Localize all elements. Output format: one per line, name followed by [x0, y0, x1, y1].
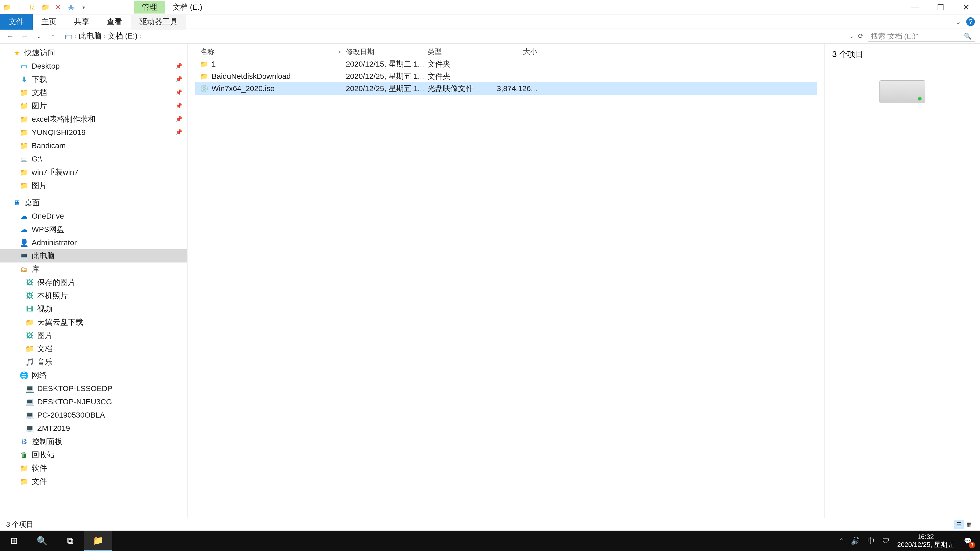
minimize-button[interactable]: — [908, 3, 921, 12]
pin-icon[interactable]: 📌 [175, 116, 182, 122]
folder-icon[interactable]: 📁 [41, 3, 50, 12]
ime-indicator[interactable]: 中 [867, 536, 875, 546]
nav-onedrive[interactable]: ☁OneDrive [0, 210, 187, 223]
taskbar-file-explorer[interactable]: 📁 [84, 530, 112, 551]
column-date[interactable]: 修改日期 [346, 47, 428, 57]
nav-downloads[interactable]: ⬇下载📌 [0, 73, 187, 86]
nav-network-pc4[interactable]: 💻ZMT2019 [0, 422, 187, 435]
breadcrumb[interactable]: 🖴 › 此电脑 › 文档 (E:) › [62, 31, 845, 41]
pin-icon[interactable]: 📌 [175, 89, 182, 96]
nav-documents-lib[interactable]: 📁文档 [0, 342, 187, 355]
file-list[interactable]: 名称▴ 修改日期 类型 大小 📁12020/12/15, 星期二 1...文件夹… [188, 44, 824, 518]
back-button[interactable]: ← [5, 31, 15, 41]
nav-videos[interactable]: 🎞视频 [0, 302, 187, 316]
tab-drive-tools[interactable]: 驱动器工具 [130, 14, 186, 30]
address-dropdown-icon[interactable]: ⌄ [850, 33, 854, 40]
nav-pictures2[interactable]: 📁图片 [0, 179, 187, 192]
action-center-icon[interactable]: 💬3 [962, 535, 974, 547]
drive-thumbnail-icon [880, 80, 925, 103]
up-button[interactable]: ↑ [48, 31, 58, 41]
nav-pictures-lib[interactable]: 🖼图片 [0, 329, 187, 342]
refresh-icon[interactable]: ⟳ [858, 32, 864, 40]
details-view-button[interactable]: ☰ [954, 520, 964, 529]
task-view-button[interactable]: ⧉ [56, 530, 84, 551]
qat-overflow-icon[interactable]: ▾ [79, 3, 88, 12]
nav-pictures[interactable]: 📁图片📌 [0, 99, 187, 113]
nav-network-pc2[interactable]: 💻DESKTOP-NJEU3CG [0, 395, 187, 408]
nav-administrator[interactable]: 👤Administrator [0, 236, 187, 249]
navigation-pane[interactable]: ★快速访问 ▭Desktop📌 ⬇下载📌 📁文档📌 📁图片📌 📁excel表格制… [0, 44, 188, 518]
crumb-thispc[interactable]: 此电脑 [79, 31, 102, 41]
nav-this-pc[interactable]: 💻此电脑 [0, 249, 187, 262]
nav-music-lib[interactable]: 🎵音乐 [0, 355, 187, 368]
checkbox-icon[interactable]: ☑ [28, 3, 37, 12]
nav-gdrive[interactable]: 🖴G:\ [0, 152, 187, 165]
tab-file[interactable]: 文件 [0, 14, 33, 30]
pin-icon[interactable]: 📌 [175, 129, 182, 136]
pin-icon[interactable]: 📌 [175, 103, 182, 109]
nav-documents[interactable]: 📁文档📌 [0, 86, 187, 99]
pin-icon[interactable]: 📌 [175, 63, 182, 69]
file-row[interactable]: 📁12020/12/15, 星期二 1...文件夹 [195, 58, 817, 70]
nav-software[interactable]: 📁软件 [0, 462, 187, 475]
crumb-drive[interactable]: 文档 (E:) [108, 31, 138, 41]
pin-icon[interactable]: 📌 [175, 76, 182, 83]
icons-view-button[interactable]: ▦ [964, 520, 974, 529]
nav-saved-pictures[interactable]: 🖼保存的图片 [0, 276, 187, 289]
music-icon: 🎵 [25, 358, 34, 366]
nav-network-pc3[interactable]: 💻PC-20190530OBLA [0, 408, 187, 422]
ribbon-help: ⌄ ? [955, 17, 980, 26]
security-icon[interactable]: 🛡 [882, 537, 889, 545]
maximize-button[interactable]: ☐ [934, 3, 947, 12]
file-row[interactable]: 📁BaiduNetdiskDownload2020/12/25, 星期五 1..… [195, 70, 817, 83]
tab-share[interactable]: 共享 [65, 14, 98, 30]
search-icon[interactable]: 🔍 [964, 33, 972, 40]
tray-overflow-icon[interactable]: ˄ [840, 537, 843, 545]
nav-network[interactable]: 🌐网络 [0, 368, 187, 382]
search-button[interactable]: 🔍 [28, 530, 56, 551]
nav-camera-roll[interactable]: 🖼本机照片 [0, 289, 187, 302]
chevron-right-icon[interactable]: › [75, 33, 76, 40]
nav-files[interactable]: 📁文件 [0, 475, 187, 488]
contextual-tab-header: 管理 文档 (E:) [134, 1, 210, 14]
tab-home[interactable]: 主页 [33, 14, 65, 30]
column-size[interactable]: 大小 [496, 47, 537, 57]
ribbon-expand-icon[interactable]: ⌄ [955, 17, 961, 26]
nav-bandicam[interactable]: 📁Bandicam [0, 139, 187, 152]
taskbar-clock[interactable]: 16:32 2020/12/25, 星期五 [897, 533, 954, 549]
nav-library[interactable]: 🗂库 [0, 262, 187, 276]
tab-view[interactable]: 查看 [98, 14, 130, 30]
nav-control-panel[interactable]: ⚙控制面板 [0, 435, 187, 448]
forward-button[interactable]: → [19, 31, 30, 41]
disc-small-icon[interactable]: ◉ [66, 3, 76, 12]
close-x-icon[interactable]: ✕ [54, 3, 63, 12]
help-icon[interactable]: ? [966, 17, 975, 26]
history-dropdown-icon[interactable]: ⌄ [34, 31, 44, 41]
column-type[interactable]: 类型 [428, 47, 496, 57]
nav-desktop[interactable]: ▭Desktop📌 [0, 59, 187, 73]
chevron-right-icon[interactable]: › [103, 33, 106, 40]
nav-tianyi[interactable]: 📁天翼云盘下载 [0, 316, 187, 329]
nav-quick-access[interactable]: ★快速访问 [0, 46, 187, 59]
file-row[interactable]: 💿Win7x64_2020.iso2020/12/25, 星期五 1...光盘映… [195, 83, 817, 95]
nav-wps[interactable]: ☁WPS网盘 [0, 223, 187, 236]
chevron-right-icon[interactable]: › [140, 33, 142, 40]
folder-icon: 📁 [20, 141, 28, 150]
nav-yunqishi[interactable]: 📁YUNQISHI2019📌 [0, 126, 187, 139]
computer-icon: 💻 [25, 384, 34, 392]
folder-icon: 📁 [20, 102, 28, 110]
search-placeholder: 搜索"文档 (E:)" [871, 32, 918, 41]
nav-network-pc1[interactable]: 💻DESKTOP-LSSOEDP [0, 382, 187, 395]
volume-icon[interactable]: 🔊 [851, 537, 860, 545]
drive-icon: 🖴 [20, 155, 28, 163]
start-button[interactable]: ⊞ [0, 530, 28, 551]
file-date: 2020/12/25, 星期五 1... [346, 83, 428, 94]
close-button[interactable]: ✕ [959, 3, 972, 12]
search-input[interactable]: 搜索"文档 (E:)" 🔍 [868, 31, 975, 41]
nav-recycle-bin[interactable]: 🗑回收站 [0, 448, 187, 462]
folder-icon: 📁 [20, 181, 28, 189]
nav-excel-folder[interactable]: 📁excel表格制作求和📌 [0, 113, 187, 126]
column-name[interactable]: 名称▴ [195, 47, 346, 57]
nav-desktop-root[interactable]: 🖥桌面 [0, 196, 187, 210]
nav-win7-reinstall[interactable]: 📁win7重装win7 [0, 165, 187, 179]
